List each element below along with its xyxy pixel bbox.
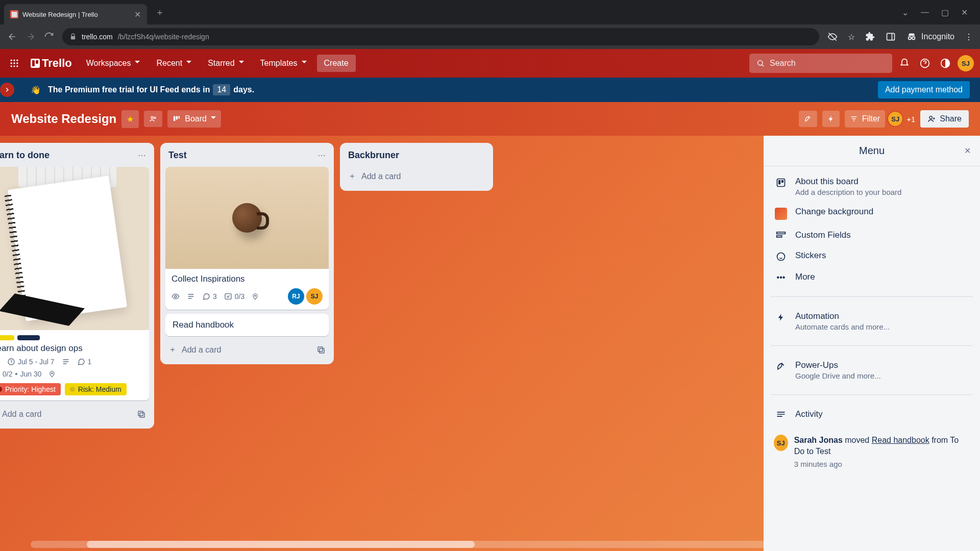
nav-forward-button[interactable] xyxy=(26,32,36,42)
menu-custom-fields[interactable]: Custom Fields xyxy=(771,225,973,245)
share-button[interactable]: Share xyxy=(920,110,969,128)
board-members[interactable]: SJ +1 xyxy=(890,111,915,127)
list-title[interactable]: Backbruner xyxy=(348,150,399,161)
member-avatar[interactable]: RJ xyxy=(288,288,304,305)
rocket-button[interactable] xyxy=(799,111,817,127)
app-switcher-icon[interactable] xyxy=(6,55,22,71)
list-menu-icon[interactable]: ⋯ xyxy=(317,151,326,160)
board-view-switcher[interactable]: Board xyxy=(167,110,221,128)
browser-menu-icon[interactable]: ⋮ xyxy=(965,32,973,42)
filter-button[interactable]: Filter xyxy=(845,110,886,128)
people-icon xyxy=(149,115,157,123)
svg-point-6 xyxy=(11,62,12,64)
menu-activity[interactable]: Activity xyxy=(771,404,973,424)
nav-back-button[interactable] xyxy=(7,32,17,42)
menu-powerups[interactable]: Power-UpsGoogle Drive and more... xyxy=(771,355,973,385)
lock-icon xyxy=(69,33,77,40)
fields-icon xyxy=(775,231,787,238)
activity-object-link[interactable]: Read handbook xyxy=(872,436,929,444)
plus-icon: ＋ xyxy=(168,344,177,355)
checklist-icon xyxy=(224,292,232,300)
tab-close-icon[interactable]: ✕ xyxy=(134,10,141,19)
nav-workspaces[interactable]: Workspaces xyxy=(80,55,146,72)
menu-stickers[interactable]: Stickers xyxy=(771,245,973,267)
new-tab-button[interactable]: ＋ xyxy=(155,6,164,18)
trello-top-nav: Trello Workspaces Recent Starred Templat… xyxy=(0,49,980,78)
nav-templates-label: Templates xyxy=(260,59,298,68)
trello-logo-icon xyxy=(31,59,40,68)
user-avatar[interactable]: SJ xyxy=(958,55,974,71)
svg-point-1 xyxy=(909,37,912,40)
card-collect-inspirations[interactable]: Collect Inspirations 3 0/3 RJ SJ xyxy=(165,167,329,310)
tracking-icon[interactable] xyxy=(827,32,838,42)
menu-label: More xyxy=(795,272,969,282)
menu-close-icon[interactable]: ✕ xyxy=(964,146,971,156)
svg-point-11 xyxy=(16,65,18,67)
nav-recent[interactable]: Recent xyxy=(150,55,198,72)
automation-button[interactable] xyxy=(822,111,840,127)
list-backbruner: Backbruner ＋ Add a card xyxy=(340,143,493,191)
add-card-button[interactable]: ＋ Add a card xyxy=(165,340,329,359)
incognito-badge[interactable]: Incognito xyxy=(906,31,954,42)
horizontal-scrollbar[interactable] xyxy=(31,541,766,548)
card-learn-design-ops[interactable]: Learn about design ops Jul 5 - Jul 7 1 0… xyxy=(0,167,149,400)
search-input[interactable]: Search xyxy=(749,54,892,73)
add-card-label: Add a card xyxy=(361,172,401,181)
incognito-icon xyxy=(906,31,917,42)
banner-prefix: The Premium free trial for UI Feed ends … xyxy=(48,85,210,94)
activity-user: Sarah Jonas xyxy=(794,436,843,444)
svg-rect-19 xyxy=(179,116,180,119)
visibility-button[interactable] xyxy=(144,111,162,127)
help-icon[interactable] xyxy=(917,55,933,71)
svg-rect-31 xyxy=(225,294,231,299)
window-close-icon[interactable]: ✕ xyxy=(961,8,968,17)
bookmark-star-icon[interactable]: ☆ xyxy=(848,32,855,42)
browser-tab[interactable]: ⬜ Website Redesign | Trello ✕ xyxy=(4,4,147,24)
activity-avatar[interactable]: SJ xyxy=(774,435,788,451)
star-board-button[interactable]: ★ xyxy=(121,110,139,128)
banner-expand-button[interactable] xyxy=(0,83,14,97)
add-card-button[interactable]: ＋ Add a card xyxy=(0,405,149,423)
address-bar[interactable]: trello.com/b/lzcfSh4q/website-redesign xyxy=(62,28,819,45)
member-avatar[interactable]: SJ xyxy=(306,288,323,305)
sidepanel-icon[interactable] xyxy=(886,32,896,42)
card-read-handbook[interactable]: Read handbook xyxy=(165,314,329,336)
nav-reload-button[interactable] xyxy=(44,32,54,42)
window-maximize-icon[interactable]: ▢ xyxy=(941,8,949,17)
add-payment-button[interactable]: Add payment method xyxy=(878,81,970,98)
custom-field-priority: Priority: Highest xyxy=(0,383,61,395)
bolt-icon xyxy=(827,115,835,123)
svg-point-3 xyxy=(11,60,12,61)
nav-templates[interactable]: Templates xyxy=(254,55,313,72)
theme-icon[interactable] xyxy=(937,55,953,71)
add-card-label: Add a card xyxy=(2,410,41,419)
window-minimize-icon[interactable]: — xyxy=(921,8,929,17)
trello-logo[interactable]: Trello xyxy=(27,57,76,70)
scrollbar-thumb[interactable] xyxy=(87,541,475,548)
member-avatar[interactable]: SJ xyxy=(887,111,903,127)
notifications-icon[interactable] xyxy=(896,55,913,71)
menu-label: Power-Ups xyxy=(795,360,969,370)
chevron-down-icon xyxy=(211,114,216,123)
menu-more[interactable]: ••• More xyxy=(771,267,973,287)
card-labels[interactable] xyxy=(0,335,143,340)
menu-change-background[interactable]: Change background xyxy=(771,202,973,225)
share-label: Share xyxy=(940,114,962,123)
list-title[interactable]: Learn to done xyxy=(0,150,50,161)
create-button[interactable]: Create xyxy=(317,55,356,72)
menu-about-board[interactable]: About this boardAdd a description to you… xyxy=(771,171,973,202)
label-chip[interactable] xyxy=(17,335,40,340)
list-title[interactable]: Test xyxy=(168,150,187,161)
extensions-icon[interactable] xyxy=(865,32,875,42)
template-icon[interactable] xyxy=(137,410,146,419)
board-title[interactable]: Website Redesign xyxy=(11,112,116,126)
label-chip[interactable] xyxy=(0,335,14,340)
list-menu-icon[interactable]: ⋯ xyxy=(138,151,146,160)
nav-starred[interactable]: Starred xyxy=(202,55,250,72)
menu-sub: Add a description to your board xyxy=(795,188,969,196)
template-icon[interactable] xyxy=(316,345,326,355)
menu-automation[interactable]: AutomationAutomate cards and more... xyxy=(771,306,973,336)
tab-search-icon[interactable]: ⌄ xyxy=(902,8,909,17)
url-host: trello.com xyxy=(82,33,113,41)
add-card-button[interactable]: ＋ Add a card xyxy=(345,167,488,186)
